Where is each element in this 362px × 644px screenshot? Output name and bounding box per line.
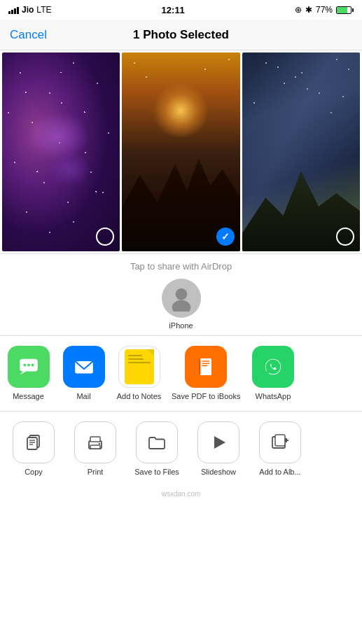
bluetooth-icon: ✱ [305,5,312,15]
share-app-notes[interactable]: Add to Notes [116,346,162,401]
svg-point-6 [31,364,34,367]
action-print[interactable]: Print [67,421,123,476]
svg-marker-3 [20,371,27,374]
status-left: Jio LTE [8,5,51,15]
slideshow-label: Slideshow [201,468,236,476]
whatsapp-label: WhatsApp [256,392,291,401]
svg-rect-11 [202,365,208,367]
watermark: wsxdan.com [0,486,362,500]
svg-point-4 [23,364,26,367]
contact-name: iPhone [169,321,193,330]
mail-icon [63,346,105,388]
notes-icon [118,346,160,388]
ibooks-icon [185,346,227,388]
svg-rect-12 [200,360,202,374]
add-album-icon [259,421,301,463]
message-icon [8,346,50,388]
notes-label: Add to Notes [117,392,162,401]
share-app-message[interactable]: Message [6,346,51,401]
svg-rect-9 [202,360,210,362]
location-icon: ⊕ [295,5,302,15]
action-add-album[interactable]: Add to Alb... [252,421,308,476]
copy-icon [13,421,55,463]
contact-iphone[interactable]: iPhone [157,279,206,330]
action-save-files[interactable]: Save to Files [129,421,185,476]
ibooks-label: Save PDF to iBooks [172,392,240,401]
add-album-label: Add to Alb... [259,468,300,476]
photos-grid: ✓ [0,50,362,253]
print-icon [74,421,116,463]
airdrop-label: Tap to share with AirDrop [0,261,362,272]
folder-icon [136,421,178,463]
status-bar: Jio LTE 12:11 ⊕ ✱ 77% [0,0,362,20]
svg-point-22 [99,443,100,444]
svg-rect-15 [27,438,37,449]
svg-rect-21 [90,445,100,449]
actions-row: Copy Print Save to Files Slideshow [0,411,362,486]
airdrop-contacts: iPhone [0,279,362,330]
print-label: Print [88,468,104,476]
svg-point-0 [175,288,187,300]
photo-item-1[interactable] [2,52,120,251]
save-files-label: Save to Files [134,468,179,476]
carrier: Jio [22,5,34,15]
nav-bar: Cancel 1 Photo Selected [0,20,362,50]
copy-label: Copy [25,468,43,476]
play-icon [197,421,239,463]
svg-rect-25 [275,435,285,446]
share-app-whatsapp[interactable]: WhatsApp [250,346,295,401]
svg-point-5 [27,364,30,367]
mail-label: Mail [76,392,90,401]
selection-circle-2[interactable]: ✓ [216,227,235,246]
avatar [162,279,201,318]
share-app-ibooks[interactable]: Save PDF to iBooks [172,346,240,401]
battery-icon [336,6,354,14]
action-slideshow[interactable]: Slideshow [190,421,246,476]
photo-item-2[interactable]: ✓ [122,52,239,251]
photo-item-3[interactable] [242,52,360,251]
selection-circle-3[interactable] [336,227,354,246]
svg-rect-10 [202,363,210,364]
status-right: ⊕ ✱ 77% [295,5,354,15]
svg-rect-20 [90,437,100,442]
share-app-mail[interactable]: Mail [61,346,106,401]
page-title: 1 Photo Selected [133,28,229,42]
whatsapp-icon [252,346,294,388]
action-copy[interactable]: Copy [6,421,62,476]
network: LTE [36,5,51,15]
airdrop-section: Tap to share with AirDrop iPhone [0,253,362,335]
svg-point-1 [172,300,190,312]
message-label: Message [13,392,44,401]
battery-percent: 77% [316,5,333,15]
svg-marker-23 [214,436,225,449]
signal-bars [8,6,19,14]
share-apps-row: Message Mail Add to Notes [0,335,362,411]
time: 12:11 [162,5,185,15]
cancel-button[interactable]: Cancel [10,28,47,42]
